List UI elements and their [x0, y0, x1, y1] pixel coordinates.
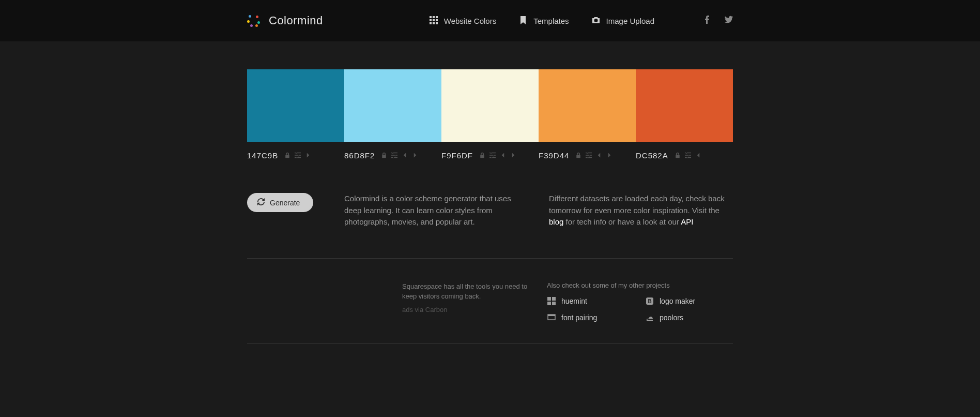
project-link-poolors[interactable]: poolors	[645, 313, 733, 322]
hex-value[interactable]: DC582A	[636, 151, 668, 160]
sliders-icon[interactable]	[586, 151, 592, 160]
project-link-huemint[interactable]: huemint	[547, 296, 635, 306]
generate-button[interactable]: Generate	[247, 193, 313, 212]
palette-label-3: F39D44	[539, 151, 636, 160]
project-icon	[547, 296, 556, 306]
svg-rect-3	[430, 19, 432, 21]
svg-rect-11	[547, 302, 551, 305]
ad-attribution: ads via Carbon	[402, 305, 531, 315]
projects: Also check out some of my other projects…	[547, 281, 733, 322]
svg-rect-5	[436, 19, 438, 21]
swatch-4[interactable]	[636, 69, 733, 142]
svg-rect-7	[433, 22, 435, 24]
hex-value[interactable]: F9F6DF	[441, 151, 473, 160]
svg-rect-8	[436, 22, 438, 24]
sliders-icon[interactable]	[685, 151, 691, 160]
ad-text[interactable]: Squarespace has all the tools you need t…	[402, 281, 547, 322]
nav-image-upload[interactable]: Image Upload	[592, 16, 654, 26]
swatch-3[interactable]	[539, 69, 636, 142]
project-link-logo-maker[interactable]: Blogo maker	[645, 296, 733, 306]
lock-icon[interactable]	[381, 151, 387, 160]
chevron-left-icon[interactable]	[695, 151, 701, 160]
nav: Website Colors Templates Image Upload	[430, 16, 733, 26]
sliders-icon[interactable]	[295, 151, 301, 160]
palette-labels: 147C9B86D8F2F9F6DFF39D44DC582A	[247, 151, 733, 160]
nav-website-colors[interactable]: Website Colors	[430, 16, 496, 26]
lock-icon[interactable]	[479, 151, 485, 160]
description-1: Colormind is a color scheme generator th…	[344, 193, 549, 228]
chevron-right-icon[interactable]	[305, 151, 311, 160]
divider	[247, 343, 733, 344]
svg-rect-12	[552, 302, 556, 305]
divider	[247, 258, 733, 259]
chevron-left-icon[interactable]	[402, 151, 408, 160]
project-icon: B	[645, 296, 654, 306]
grid-icon	[430, 16, 438, 26]
lock-icon[interactable]	[284, 151, 290, 160]
lock-icon[interactable]	[675, 151, 681, 160]
brand-title: Colormind	[269, 14, 323, 27]
palette-label-2: F9F6DF	[441, 151, 539, 160]
palette-label-4: DC582A	[636, 151, 733, 160]
project-icon	[645, 313, 654, 322]
topbar: Colormind Website Colors Templates Image…	[0, 0, 980, 41]
hex-value[interactable]: 147C9B	[247, 151, 278, 160]
chevron-right-icon[interactable]	[412, 151, 418, 160]
nav-label: Website Colors	[444, 17, 496, 25]
palette-label-1: 86D8F2	[344, 151, 441, 160]
logo-icon	[247, 14, 261, 27]
svg-rect-2	[436, 16, 438, 18]
svg-rect-9	[547, 297, 551, 301]
bookmark-icon	[519, 16, 527, 26]
hex-value[interactable]: 86D8F2	[344, 151, 375, 160]
svg-rect-4	[433, 19, 435, 21]
api-link[interactable]: API	[681, 217, 693, 226]
swatch-1[interactable]	[344, 69, 441, 142]
twitter-icon[interactable]	[725, 16, 733, 26]
description-2: Different datasets are loaded each day, …	[549, 193, 733, 228]
swatch-0[interactable]	[247, 69, 344, 142]
project-icon	[547, 313, 556, 322]
sliders-icon[interactable]	[489, 151, 496, 160]
chevron-left-icon[interactable]	[500, 151, 506, 160]
svg-text:B: B	[648, 299, 651, 304]
sliders-icon[interactable]	[391, 151, 397, 160]
nav-label: Image Upload	[606, 17, 654, 25]
lock-icon[interactable]	[575, 151, 581, 160]
brand[interactable]: Colormind	[247, 14, 323, 27]
chevron-left-icon[interactable]	[596, 151, 602, 160]
refresh-icon	[257, 198, 265, 207]
svg-rect-6	[430, 22, 432, 24]
nav-label: Templates	[533, 17, 569, 25]
chevron-right-icon[interactable]	[606, 151, 612, 160]
ad-image-slot[interactable]	[247, 281, 402, 322]
palette-label-0: 147C9B	[247, 151, 344, 160]
blog-link[interactable]: blog	[549, 217, 563, 226]
generate-label: Generate	[270, 199, 300, 207]
project-link-font-pairing[interactable]: font pairing	[547, 313, 635, 322]
svg-rect-1	[433, 16, 435, 18]
svg-rect-0	[430, 16, 432, 18]
svg-rect-10	[552, 297, 556, 301]
swatch-2[interactable]	[441, 69, 539, 142]
projects-heading: Also check out some of my other projects	[547, 281, 733, 289]
chevron-right-icon[interactable]	[510, 151, 516, 160]
camera-icon	[592, 16, 600, 26]
nav-templates[interactable]: Templates	[519, 16, 569, 26]
facebook-icon[interactable]	[703, 16, 711, 26]
hex-value[interactable]: F39D44	[539, 151, 569, 160]
palette	[247, 69, 733, 142]
svg-rect-16	[548, 315, 555, 316]
